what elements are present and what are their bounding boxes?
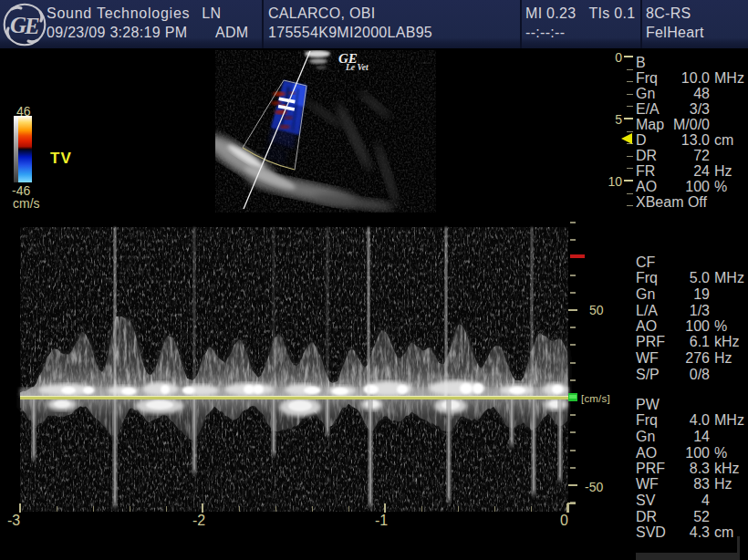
svg-text:E: E bbox=[24, 14, 40, 38]
svg-text:Le Vet: Le Vet bbox=[345, 63, 369, 72]
